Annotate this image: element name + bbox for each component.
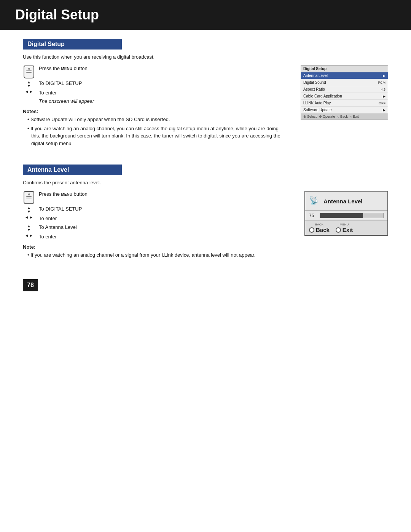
instruction-press-menu: Press the MENU button [23, 65, 285, 78]
antenna-level-instructions-left: Press the MENU button ▲ ▼ To DIGITAL SET… [23, 191, 289, 264]
page-title: Digital Setup [15, 7, 396, 23]
antenna-note-item: If you are watching an analog channel or… [27, 251, 289, 259]
antenna-bar-background [320, 213, 384, 218]
instruction-text-menu: Press the MENU button [39, 65, 88, 72]
page-number: 78 [23, 279, 38, 291]
instruction-to-digital-setup: ▲ ▼ To DIGITAL SETUP [23, 80, 285, 88]
ud-arrows-icon-3: ▲ ▼ [23, 224, 35, 232]
digital-setup-screen: Digital Setup Antenna Level ▶ Digital So… [301, 65, 388, 120]
digital-setup-instructions-row: Press the MENU button ▲ ▼ To DIGITAL SET… [23, 65, 388, 152]
antenna-level-number: 75 [309, 213, 317, 218]
screen-row-cable: Cable Card Application ▶ [301, 93, 388, 100]
antenna-level-section: Antenna Level Confirms the present anten… [23, 165, 388, 264]
screen-row-software: Software Update ▶ [301, 107, 388, 113]
page-header: Digital Setup [0, 0, 411, 30]
exit-btn-small-label: MENU [340, 223, 349, 226]
exit-button-display: Exit [336, 227, 353, 233]
screen-row-ilink: i.LINK Auto Play OFF [301, 100, 388, 107]
instruction-italic-note: The onscreen will appear [23, 98, 285, 105]
antenna-instruction-antenna-level: ▲ ▼ To Antenna Level [23, 224, 289, 232]
back-btn-small-label: BACK [315, 223, 323, 226]
ud-arrows-icon-2: ▲ ▼ [23, 206, 35, 214]
instruction-to-enter-1: ◄ ► To enter [23, 89, 285, 96]
exit-circle-icon [336, 227, 341, 233]
antenna-text-antenna-level: To Antenna Level [39, 224, 77, 231]
antenna-text-enter-1: To enter [39, 215, 57, 222]
remote-icon-2 [23, 191, 35, 204]
antenna-level-section-title: Antenna Level [23, 165, 122, 175]
antenna-instruction-enter-2: ◄ ► To enter [23, 233, 289, 240]
screen-footer: ⊕ Select ⊕ Operate ○ Back ○ Exit [301, 113, 388, 120]
antenna-text-digital-setup: To DIGITAL SETUP [39, 206, 82, 212]
antenna-level-bar-row: 75 [305, 211, 387, 220]
back-circle-icon [309, 227, 314, 233]
note-item-2: If you are watching an analog channel, y… [27, 125, 285, 147]
italic-note-text: The onscreen will appear [39, 98, 94, 105]
instruction-text-digital-setup: To DIGITAL SETUP [39, 80, 82, 87]
digital-setup-instructions-left: Press the MENU button ▲ ▼ To DIGITAL SET… [23, 65, 285, 152]
digital-setup-section-title: Digital Setup [23, 39, 122, 50]
antenna-instruction-press-menu: Press the MENU button [23, 191, 289, 204]
back-label: Back [316, 227, 330, 233]
antenna-signal-icon: 📡 [309, 195, 320, 208]
screen-row-aspect: Aspect Ratio 4:3 [301, 86, 388, 93]
back-button-display: Back [309, 227, 330, 233]
lr-arrows-icon: ◄ ► [23, 90, 35, 94]
lr-arrows-icon-2: ◄ ► [23, 216, 35, 219]
note-item-1: Software Update will only appear when th… [27, 116, 285, 123]
main-content: Digital Setup Use this function when you… [0, 39, 411, 307]
antenna-screen-header: 📡 Antenna Level [305, 192, 387, 211]
exit-label: Exit [342, 227, 353, 233]
antenna-bar-fill [320, 213, 363, 218]
antenna-text-menu: Press the MENU button [39, 191, 88, 198]
notes-title: Notes: [23, 109, 285, 114]
antenna-screen-footer: BACK Back MENU Exit [305, 220, 387, 235]
svg-text:📡: 📡 [309, 196, 319, 205]
digital-setup-description: Use this function when you are receiving… [23, 54, 388, 60]
antenna-instruction-enter-1: ◄ ► To enter [23, 215, 289, 222]
antenna-text-enter-2: To enter [39, 233, 57, 240]
antenna-level-description: Confirms the present antenna level. [23, 180, 388, 185]
antenna-level-instructions-row: Press the MENU button ▲ ▼ To DIGITAL SET… [23, 191, 388, 264]
digital-setup-notes: Notes: Software Update will only appear … [23, 109, 285, 147]
antenna-note-title: Note: [23, 244, 289, 250]
instruction-text-enter-1: To enter [39, 89, 57, 96]
screen-title: Digital Setup [301, 66, 388, 72]
digital-setup-section: Digital Setup Use this function when you… [23, 39, 388, 152]
antenna-note: Note: If you are watching an analog chan… [23, 244, 289, 259]
antenna-screen-title: Antenna Level [323, 198, 363, 204]
antenna-instruction-digital-setup: ▲ ▼ To DIGITAL SETUP [23, 206, 289, 214]
screen-row-digital-sound: Digital Sound PCM [301, 79, 388, 86]
ud-arrows-icon: ▲ ▼ [23, 80, 35, 88]
antenna-level-screen: 📡 Antenna Level 75 BACK [304, 191, 388, 236]
screen-row-antenna: Antenna Level ▶ [301, 72, 388, 79]
remote-icon [23, 66, 35, 78]
lr-arrows-icon-3: ◄ ► [23, 234, 35, 238]
